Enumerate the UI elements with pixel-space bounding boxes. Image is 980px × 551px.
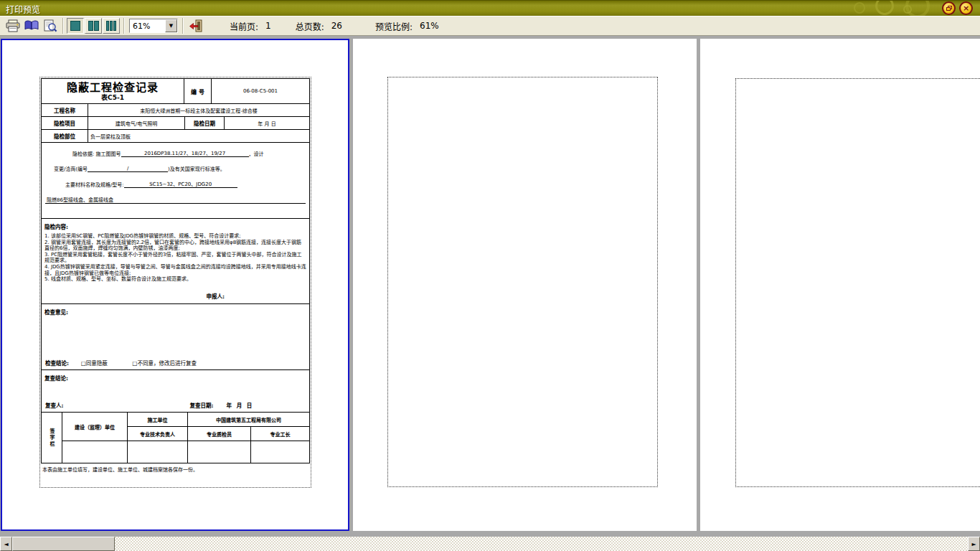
recheck-section: 复查结论: 复查人: 复查日期: 年 月 日 <box>42 370 309 413</box>
content-line: 1. 该部位采用SC钢管、PC阻燃管及JDG热镀锌钢管的材质、规格、型号、符合设… <box>44 233 306 240</box>
page-3[interactable] <box>700 39 980 531</box>
exit-door-icon <box>189 19 203 32</box>
inspection-part-row: 隐检部位 负一层梁柱及顶板 <box>42 130 309 143</box>
conclusion-option-disagree: □不同意，修改后进行复查 <box>132 360 197 367</box>
two-page-layout-button[interactable] <box>85 18 102 34</box>
inspection-basis-section: 隐检依据: 施工图图号 2016DP38.11/27、18/27、19/27 ，… <box>42 143 309 219</box>
toolbar-separator <box>62 18 64 34</box>
inspection-item-row: 隐检项目 建筑电气/电气照明 隐检日期 年 月 日 <box>42 117 309 130</box>
close-button[interactable]: × <box>959 1 973 15</box>
project-name-value: 耒阳恒大绿洲首期一标段主体及配套建设工程-综合楼 <box>88 104 309 116</box>
three-page-layout-button[interactable] <box>103 18 120 34</box>
chevron-down-icon[interactable]: ▼ <box>165 19 177 32</box>
print-button[interactable] <box>4 17 22 34</box>
scroll-left-button[interactable]: ◄ <box>0 537 12 551</box>
content-line: 5. 线盒材质、规格、型号、坐标、数量符合设计及施工规范要求。 <box>44 276 306 283</box>
footer-note: 本表由施工单位填写，建设单位、施工单位、城建档案馆各保存一份。 <box>41 463 310 475</box>
content-line: 2. 钢管采用套管连接，其长度为连接管的2.2倍，管口在套管的中心，跨接地线采用… <box>44 240 306 252</box>
scroll-right-button[interactable]: ► <box>968 537 980 551</box>
signature-column-label: 签字栏 <box>42 413 62 463</box>
blank-form-frame <box>387 77 658 487</box>
form-title-cell: 隐蔽工程检查记录 表C5-1 <box>42 79 184 103</box>
builder-unit-label: 施工单位 <box>128 413 188 427</box>
zoom-combobox-value: 61% <box>130 22 165 31</box>
drawing-number-value: 2016DP38.11/27、18/27、19/27 <box>121 149 249 157</box>
restore-button[interactable] <box>942 1 956 15</box>
restore-icon <box>946 6 952 11</box>
book-preview-button[interactable] <box>22 17 41 34</box>
supervisor-unit-label: 建设（监理）单位 <box>62 413 128 441</box>
signature-empty-cell <box>188 441 251 463</box>
content-line: 4. JDG热镀锌钢管采用紧定连接，导管与导管之间、导管与金属线盒之间的连接均设… <box>44 264 306 276</box>
titlebar-ornament-swirl <box>854 2 865 14</box>
current-page-value: 1 <box>265 21 271 31</box>
inspection-opinion-section: 检查意见: 检查结论: □同意隐蔽 □不同意，修改后进行复查 <box>42 304 309 370</box>
basis-suffix: ，设计 <box>249 150 264 157</box>
titlebar-ornament-swirl <box>905 0 930 16</box>
inspection-date-label: 隐检日期 <box>185 117 225 129</box>
blank-form-frame <box>735 78 980 487</box>
open-book-icon <box>24 20 39 32</box>
conclusion-label: 检查结论: <box>45 360 69 367</box>
close-icon: × <box>963 4 969 13</box>
signature-empty-cell <box>251 441 309 463</box>
inspection-item-label: 隐检项目 <box>42 117 88 129</box>
total-pages-value: 26 <box>331 21 342 31</box>
foreman-label: 专业工长 <box>251 427 309 441</box>
inspection-part-value: 负一层梁柱及顶板 <box>88 130 309 142</box>
zoom-preview-button[interactable] <box>41 17 60 34</box>
titlebar-ornament-swirl <box>875 0 894 15</box>
serial-label: 编 号 <box>184 79 212 103</box>
inspection-part-label: 隐检部位 <box>42 130 88 142</box>
materials-value: SC15~32、PC20、JDG20 <box>124 180 237 188</box>
signature-empty-cell <box>62 441 128 463</box>
project-name-label: 工程名称 <box>42 104 88 116</box>
one-page-layout-icon <box>70 21 80 31</box>
zoom-combobox[interactable]: 61% ▼ <box>129 19 178 33</box>
toolbar-separator <box>123 18 125 34</box>
recheck-label: 复查结论: <box>44 374 306 382</box>
qc-inspector-label: 专业质检员 <box>188 427 251 441</box>
change-negotiation-prefix: 变更/洽商(编号 <box>54 165 88 172</box>
total-pages-label: 总页数: <box>296 20 324 32</box>
change-negotiation-value: / <box>88 166 168 172</box>
recheck-date-value: 年 月 日 <box>227 401 254 409</box>
zoom-preview-icon <box>44 19 57 33</box>
materials-value-2: 阻燃86型接线盒、金属接线盒 <box>45 196 306 204</box>
tech-director-label: 专业技术负责人 <box>128 427 188 441</box>
opinion-label: 检查意见: <box>44 308 306 316</box>
inspection-date-value: 年 月 日 <box>225 117 309 129</box>
content-label: 隐检内容: <box>44 222 306 230</box>
one-page-layout-button[interactable] <box>67 18 84 34</box>
page-2[interactable] <box>353 39 697 531</box>
toolbar: 61% ▼ 当前页: 1 总页数: 26 预览比例: 61% <box>0 16 980 36</box>
titlebar: 打印预览 × <box>0 0 980 16</box>
horizontal-scrollbar[interactable]: ◄ ► <box>0 537 980 551</box>
signature-table: 签字栏 建设（监理）单位 施工单位 中国建筑第五工程局有限公司 专业技术负责人 … <box>42 413 309 463</box>
page-1[interactable]: 隐蔽工程检查记录 表C5-1 编 号 06-08-C5-001 工程名称 耒阳恒… <box>1 39 349 531</box>
recheck-date-label: 复查日期: <box>190 401 214 409</box>
signature-empty-cell <box>128 441 188 463</box>
inspection-content-section: 隐检内容: 1. 该部位采用SC钢管、PC阻燃管及JDG热镀锌钢管的材质、规格、… <box>42 219 309 304</box>
change-negotiation-suffix: )及有关国家现行标准等。 <box>168 165 225 172</box>
scrollbar-thumb[interactable] <box>12 537 115 551</box>
preview-area: 隐蔽工程检查记录 表C5-1 编 号 06-08-C5-001 工程名称 耒阳恒… <box>0 36 980 537</box>
serial-value: 06-08-C5-001 <box>212 79 309 103</box>
materials-label: 主要材料名称及规格/型号: <box>65 181 124 188</box>
current-page-label: 当前页: <box>230 20 258 32</box>
printer-icon <box>6 19 20 32</box>
applicant-label: 申报人: <box>207 292 225 300</box>
builder-unit-value: 中国建筑第五工程局有限公司 <box>188 413 309 427</box>
preview-ratio-label: 预览比例: <box>375 20 413 32</box>
content-line: 3. PC阻燃管采用套管粘接，套管长度不小于管外径的3倍，粘接牢固、严密，套管位… <box>44 252 306 264</box>
print-preview-window: 打印预览 × <box>0 0 980 551</box>
two-page-layout-icon <box>88 21 93 31</box>
inspection-form: 隐蔽工程检查记录 表C5-1 编 号 06-08-C5-001 工程名称 耒阳恒… <box>39 77 311 488</box>
exit-button[interactable] <box>187 17 205 34</box>
basis-prefix: 隐检依据: 施工图图号 <box>72 150 121 157</box>
form-subtitle: 表C5-1 <box>101 94 124 101</box>
form-title: 隐蔽工程检查记录 <box>67 82 159 94</box>
window-title: 打印预览 <box>6 3 40 15</box>
conclusion-option-agree: □同意隐蔽 <box>81 360 108 367</box>
three-page-layout-icon <box>106 21 109 31</box>
